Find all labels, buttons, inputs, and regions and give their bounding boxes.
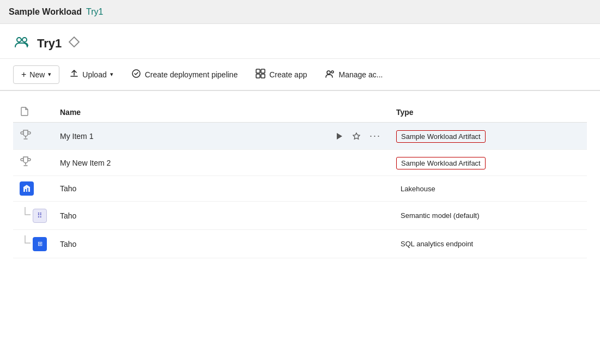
row-actions-cell bbox=[326, 176, 390, 202]
type-badge-outlined: Sample Workload Artifact bbox=[396, 157, 486, 169]
create-app-label: Create app bbox=[269, 70, 307, 79]
upload-label: Upload bbox=[82, 70, 106, 79]
col-header-actions bbox=[326, 102, 390, 123]
svg-rect-7 bbox=[261, 74, 265, 78]
row-name: My Item 1 bbox=[53, 123, 326, 150]
row-type: Semantic model (default) bbox=[390, 202, 587, 230]
run-button[interactable] bbox=[332, 130, 346, 143]
type-badge: Lakehouse bbox=[396, 183, 440, 195]
create-app-icon bbox=[255, 68, 266, 81]
table-row[interactable]: TahoLakehouse bbox=[13, 176, 587, 202]
row-type: Sample Workload Artifact bbox=[390, 123, 587, 150]
tree-indent-icon bbox=[20, 207, 31, 224]
svg-marker-2 bbox=[69, 37, 79, 47]
svg-point-9 bbox=[331, 71, 334, 73]
col-header-name: Name bbox=[53, 102, 326, 123]
row-name: Taho bbox=[53, 176, 326, 202]
type-badge: Semantic model (default) bbox=[396, 210, 484, 221]
row-type: SQL analytics endpoint bbox=[390, 230, 587, 258]
row-actions-cell bbox=[326, 230, 390, 258]
semantic-icon: ⠿ bbox=[33, 209, 47, 223]
row-type: Sample Workload Artifact bbox=[390, 150, 587, 176]
manage-access-label: Manage ac... bbox=[338, 70, 383, 79]
table-row[interactable]: My New Item 2Sample Workload Artifact bbox=[13, 150, 587, 176]
col-header-icon bbox=[13, 102, 53, 123]
favorite-button[interactable] bbox=[350, 130, 363, 143]
top-bar: Sample Workload Try1 bbox=[0, 0, 600, 24]
row-name: Taho bbox=[53, 230, 326, 258]
upload-button[interactable]: Upload ▾ bbox=[62, 65, 120, 84]
upload-icon bbox=[69, 69, 79, 80]
svg-point-8 bbox=[327, 71, 330, 74]
row-name: My New Item 2 bbox=[53, 150, 326, 176]
svg-rect-5 bbox=[261, 69, 265, 73]
workspace-name: Try1 bbox=[37, 37, 62, 51]
svg-point-0 bbox=[17, 38, 21, 42]
row-icon-cell bbox=[13, 150, 53, 176]
pipeline-icon bbox=[131, 68, 142, 81]
trophy-icon bbox=[20, 132, 32, 143]
upload-chevron-icon: ▾ bbox=[110, 71, 113, 78]
svg-marker-10 bbox=[337, 133, 342, 139]
lakehouse-icon bbox=[20, 181, 34, 196]
col-header-type: Type bbox=[390, 102, 587, 123]
content-area: Name Type My Item 1 ··· bbox=[0, 91, 600, 269]
svg-rect-4 bbox=[256, 69, 260, 73]
new-label: New bbox=[29, 70, 45, 79]
table-row[interactable]: My Item 1 ··· Sample Workload Artifact bbox=[13, 123, 587, 150]
row-icon-cell: ⊞ bbox=[13, 230, 53, 258]
row-icon-cell bbox=[13, 176, 53, 202]
trophy-icon bbox=[20, 159, 32, 169]
row-actions-cell bbox=[326, 202, 390, 230]
type-badge: SQL analytics endpoint bbox=[396, 238, 477, 250]
items-table: Name Type My Item 1 ··· bbox=[13, 102, 587, 258]
create-pipeline-button[interactable]: Create deployment pipeline bbox=[123, 64, 245, 84]
more-button[interactable]: ··· bbox=[367, 128, 383, 144]
svg-rect-6 bbox=[256, 74, 260, 78]
table-row[interactable]: ⊞TahoSQL analytics endpoint bbox=[13, 230, 587, 258]
workspace-subtitle: Try1 bbox=[86, 7, 103, 17]
app-title: Sample Workload bbox=[9, 7, 82, 17]
type-badge-outlined: Sample Workload Artifact bbox=[396, 130, 486, 143]
svg-point-1 bbox=[22, 38, 27, 42]
diamond-icon bbox=[68, 36, 80, 51]
sql-icon: ⊞ bbox=[33, 237, 47, 251]
create-app-button[interactable]: Create app bbox=[247, 64, 314, 84]
workspace-icon bbox=[13, 33, 31, 54]
row-actions-cell bbox=[326, 150, 390, 176]
manage-access-icon bbox=[324, 68, 335, 81]
doc-icon bbox=[20, 109, 29, 118]
row-name: Taho bbox=[53, 202, 326, 230]
row-type: Lakehouse bbox=[390, 176, 587, 202]
create-pipeline-label: Create deployment pipeline bbox=[145, 70, 238, 79]
workspace-header: Try1 bbox=[0, 24, 600, 59]
manage-access-button[interactable]: Manage ac... bbox=[317, 64, 390, 84]
row-icon-cell bbox=[13, 123, 53, 150]
tree-indent-icon bbox=[20, 235, 31, 252]
toolbar: + New ▾ Upload ▾ Create deployment pipel… bbox=[0, 59, 600, 91]
plus-icon: + bbox=[21, 70, 26, 80]
new-chevron-icon: ▾ bbox=[48, 71, 51, 78]
table-header-row: Name Type bbox=[13, 102, 587, 123]
row-actions-cell: ··· bbox=[326, 123, 390, 150]
new-button[interactable]: + New ▾ bbox=[13, 65, 59, 84]
table-row[interactable]: ⠿TahoSemantic model (default) bbox=[13, 202, 587, 230]
row-icon-cell: ⠿ bbox=[13, 202, 53, 230]
